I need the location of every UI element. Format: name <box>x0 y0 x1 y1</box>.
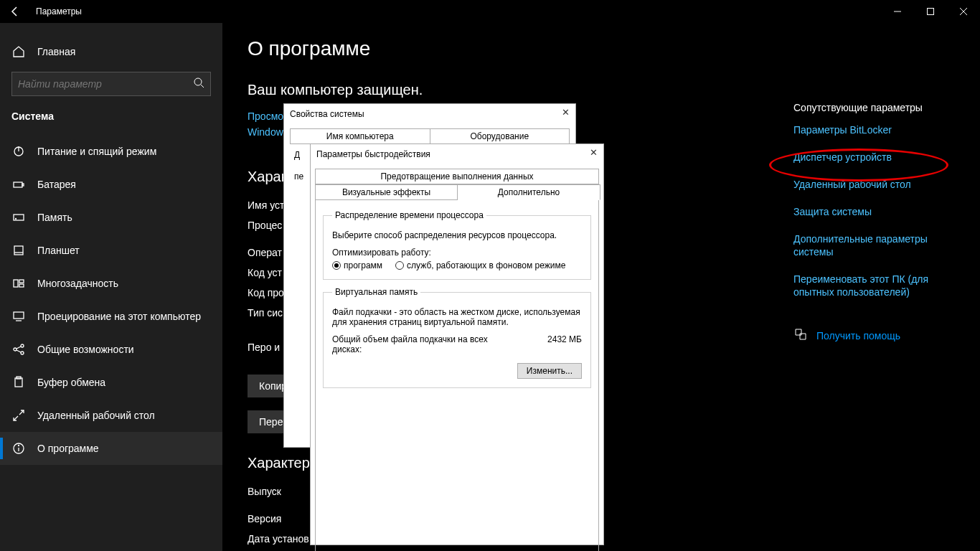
nav-shared[interactable]: Общие возможности <box>0 333 222 366</box>
info-icon <box>11 442 26 455</box>
titlebar: Параметры <box>0 0 980 23</box>
svg-rect-16 <box>19 284 24 287</box>
vm-change-button[interactable]: Изменить... <box>517 363 582 379</box>
nav-clipboard[interactable]: Буфер обмена <box>0 366 222 399</box>
nav-item-label: Удаленный рабочий стол <box>37 410 155 421</box>
project-icon <box>11 310 26 323</box>
tab-dep[interactable]: Предотвращение выполнения данных <box>315 169 599 184</box>
storage-icon <box>11 211 26 224</box>
radio-programs[interactable]: программ <box>332 260 382 270</box>
radio-services[interactable]: служб, работающих в фоновом режиме <box>395 260 565 270</box>
nav-item-label: Батарея <box>37 179 76 190</box>
link-system-protection[interactable]: Защита системы <box>793 205 958 218</box>
close-icon[interactable]: ✕ <box>562 107 570 118</box>
share-icon <box>11 343 26 356</box>
home-icon <box>11 45 26 58</box>
performance-options-dialog[interactable]: Параметры быстродействия ✕ Предотвращени… <box>310 143 604 545</box>
radio-programs-label: программ <box>344 260 382 270</box>
vm-legend: Виртуальная память <box>332 287 420 297</box>
svg-rect-14 <box>14 280 18 287</box>
vm-total-label: Общий объем файла подкачки на всех диска… <box>332 334 490 354</box>
sidebar: Главная Система Питание и спящий режим Б… <box>0 23 222 551</box>
nav-item-label: Память <box>37 212 72 223</box>
tab-visual-effects[interactable]: Визуальные эффекты <box>315 184 458 200</box>
close-button[interactable] <box>947 0 980 23</box>
svg-rect-17 <box>14 312 24 319</box>
svg-point-20 <box>21 352 24 354</box>
nav-about[interactable]: О программе <box>0 432 222 465</box>
perf-titlebar[interactable]: Параметры быстродействия ✕ <box>311 144 603 164</box>
nav-power-sleep[interactable]: Питание и спящий режим <box>0 135 222 168</box>
svg-rect-12 <box>14 246 23 255</box>
radio-services-label: служб, работающих в фоновом режиме <box>407 260 565 270</box>
maximize-button[interactable] <box>914 0 947 23</box>
optimize-label: Оптимизировать работу: <box>332 248 582 258</box>
help-label: Получить помощь <box>816 330 900 342</box>
sched-desc: Выберите способ распределения ресурсов п… <box>332 230 582 240</box>
nav-multitask[interactable]: Многозадачность <box>0 267 222 300</box>
search-icon <box>193 77 204 91</box>
search-input[interactable] <box>18 78 204 90</box>
svg-rect-23 <box>15 378 22 387</box>
nav-tablet[interactable]: Планшет <box>0 234 222 267</box>
nav-item-label: Питание и спящий режим <box>37 146 156 157</box>
nav-item-label: О программе <box>37 443 99 454</box>
svg-rect-8 <box>14 182 22 187</box>
get-help[interactable]: Получить помощь <box>793 327 958 344</box>
back-button[interactable] <box>7 4 23 19</box>
nav-item-label: Проецирование на этот компьютер <box>37 311 201 322</box>
svg-rect-9 <box>22 184 24 186</box>
multitask-icon <box>11 277 26 290</box>
vm-total-value: 2432 МБ <box>547 334 582 354</box>
svg-rect-15 <box>19 280 24 283</box>
virtual-memory-group: Виртуальная память Файл подкачки - это о… <box>323 287 591 388</box>
link-device-manager[interactable]: Диспетчер устройств <box>793 151 958 164</box>
nav-item-label: Планшет <box>37 245 80 256</box>
nav-item-label: Буфер обмена <box>37 377 105 388</box>
vm-desc: Файл подкачки - это область на жестком д… <box>332 307 582 327</box>
search-box[interactable] <box>11 72 211 96</box>
clipboard-icon <box>11 376 26 389</box>
page-title: О программе <box>248 37 980 60</box>
sysprops-titlebar[interactable]: Свойства системы ✕ <box>284 104 575 124</box>
nav-item-label: Многозадачность <box>37 278 118 289</box>
tablet-icon <box>11 244 26 257</box>
related-settings: Сопутствующие параметры Параметры BitLoc… <box>793 102 958 344</box>
remote-icon <box>11 409 26 422</box>
nav-storage[interactable]: Память <box>0 201 222 234</box>
svg-line-26 <box>19 410 24 415</box>
svg-line-5 <box>201 85 204 88</box>
sched-legend: Распределение времени процессора <box>332 210 486 220</box>
perf-title: Параметры быстродействия <box>316 149 430 159</box>
link-remote-desktop[interactable]: Удаленный рабочий стол <box>793 178 958 191</box>
nav-home-label: Главная <box>37 46 75 57</box>
svg-rect-10 <box>14 215 24 220</box>
minimize-button[interactable] <box>881 0 914 23</box>
nav-item-label: Общие возможности <box>37 344 134 355</box>
svg-line-25 <box>14 416 18 420</box>
sysprops-title: Свойства системы <box>290 109 364 119</box>
svg-rect-1 <box>928 9 934 15</box>
link-bitlocker[interactable]: Параметры BitLocker <box>793 123 958 136</box>
link-advanced-system[interactable]: Дополнительные параметры системы <box>793 232 958 258</box>
nav-home[interactable]: Главная <box>0 37 222 66</box>
tab-advanced[interactable]: Дополнительно <box>458 184 600 200</box>
help-icon <box>793 327 808 344</box>
link-rename-pc[interactable]: Переименовать этот ПК (для опытных польз… <box>793 273 958 298</box>
nav-battery[interactable]: Батарея <box>0 168 222 201</box>
protected-heading: Ваш компьютер защищен. <box>248 82 980 98</box>
svg-point-11 <box>16 219 17 220</box>
battery-icon <box>11 178 26 191</box>
nav-projecting[interactable]: Проецирование на этот компьютер <box>0 300 222 333</box>
category-label: Система <box>0 110 222 122</box>
related-heading: Сопутствующие параметры <box>793 102 958 113</box>
tab-computer-name[interactable]: Имя компьютера <box>290 128 430 144</box>
power-icon <box>11 145 26 158</box>
svg-point-18 <box>14 348 17 351</box>
tab-hardware[interactable]: Оборудование <box>430 128 570 144</box>
close-icon[interactable]: ✕ <box>590 147 598 158</box>
svg-line-21 <box>17 347 21 349</box>
svg-point-19 <box>21 344 24 347</box>
svg-line-22 <box>17 350 21 352</box>
nav-remote-desktop[interactable]: Удаленный рабочий стол <box>0 399 222 432</box>
